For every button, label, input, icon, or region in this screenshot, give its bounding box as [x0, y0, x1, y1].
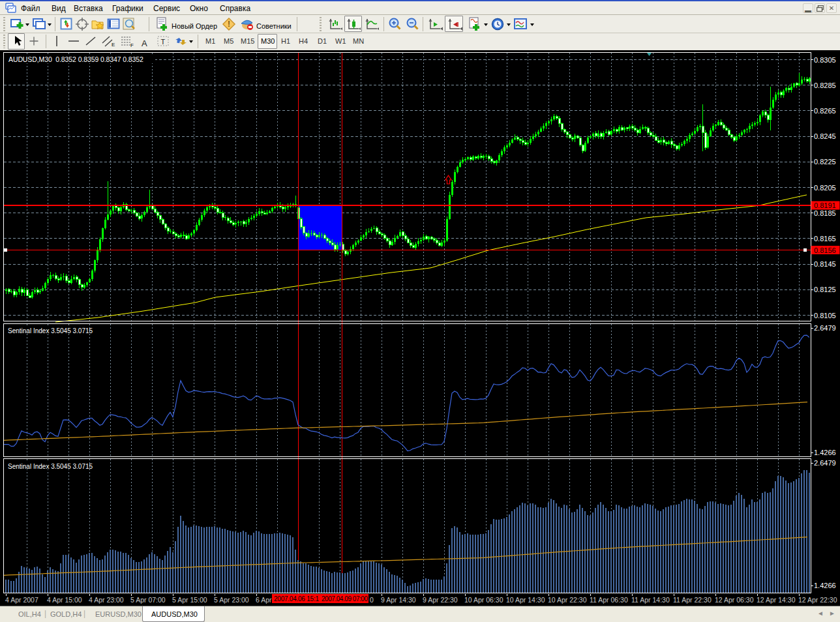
svg-text:T: T — [161, 38, 166, 46]
svg-text:11 Apr 06:30: 11 Apr 06:30 — [590, 596, 628, 604]
svg-text:2007.04.09 07:00: 2007.04.09 07:00 — [322, 595, 368, 602]
svg-text:10 Apr 22:30: 10 Apr 22:30 — [548, 596, 587, 604]
svg-text:0.8225: 0.8225 — [814, 158, 836, 166]
svg-text:4 Apr 15:00: 4 Apr 15:00 — [47, 596, 82, 604]
svg-text:0.8191: 0.8191 — [814, 201, 836, 209]
svg-text:2.6479: 2.6479 — [814, 459, 836, 467]
svg-text:4 Apr 23:00: 4 Apr 23:00 — [89, 596, 124, 604]
svg-text:5 Apr 15:00: 5 Apr 15:00 — [172, 596, 207, 604]
svg-text:10 Apr 14:30: 10 Apr 14:30 — [506, 596, 545, 604]
svg-text:0.8156: 0.8156 — [814, 246, 836, 254]
svg-text:10 Apr 06:30: 10 Apr 06:30 — [464, 596, 503, 604]
svg-text:0.8305: 0.8305 — [814, 56, 836, 64]
svg-text:!: ! — [228, 20, 230, 29]
svg-text:5 Apr 23:00: 5 Apr 23:00 — [214, 596, 249, 604]
svg-text:6 Apr: 6 Apr — [256, 596, 272, 604]
svg-text:AUDUSD,M30 0.8352 0.8359 0.83: AUDUSD,M30 0.8352 0.8359 0.8347 0.8352 — [8, 55, 143, 63]
svg-text:0.8145: 0.8145 — [814, 260, 836, 268]
svg-text:1.4266: 1.4266 — [814, 582, 836, 589]
svg-text:0.8165: 0.8165 — [814, 235, 836, 243]
svg-text:5 Apr 07:00: 5 Apr 07:00 — [130, 596, 166, 604]
svg-text:0.8125: 0.8125 — [814, 286, 836, 293]
svg-text:9 Apr 22:30: 9 Apr 22:30 — [423, 596, 458, 604]
svg-text:0.8105: 0.8105 — [814, 312, 836, 319]
svg-text:11 Apr 14:30: 11 Apr 14:30 — [631, 596, 670, 604]
svg-text:0.8205: 0.8205 — [814, 184, 836, 192]
svg-text:0.8245: 0.8245 — [814, 132, 836, 140]
svg-text:11 Apr 22:30: 11 Apr 22:30 — [673, 596, 712, 604]
svg-text:E: E — [112, 42, 115, 48]
svg-text:4 Apr 2007: 4 Apr 2007 — [5, 596, 38, 604]
svg-text:9 Apr 14:30: 9 Apr 14:30 — [381, 596, 416, 604]
svg-text:Sentinal Index 3.5045 3.0715: Sentinal Index 3.5045 3.0715 — [8, 463, 93, 470]
svg-text:0.8185: 0.8185 — [814, 209, 836, 217]
svg-text:12 Apr 06:30: 12 Apr 06:30 — [715, 596, 754, 604]
svg-text:F: F — [130, 42, 134, 48]
svg-text:1.4266: 1.4266 — [814, 449, 836, 456]
svg-text:12 Apr 14:30: 12 Apr 14:30 — [757, 596, 796, 604]
svg-text:Sentinal Index 3.5045 3.0715: Sentinal Index 3.5045 3.0715 — [8, 327, 93, 334]
svg-text:2.6479: 2.6479 — [814, 324, 836, 332]
svg-text:2007.04.06 15:1: 2007.04.06 15:1 — [274, 595, 319, 602]
svg-text:0: 0 — [370, 596, 374, 604]
svg-text:12 Apr 22:30: 12 Apr 22:30 — [798, 596, 837, 604]
svg-text:0.8285: 0.8285 — [814, 81, 836, 89]
svg-text:0.8265: 0.8265 — [814, 107, 836, 115]
